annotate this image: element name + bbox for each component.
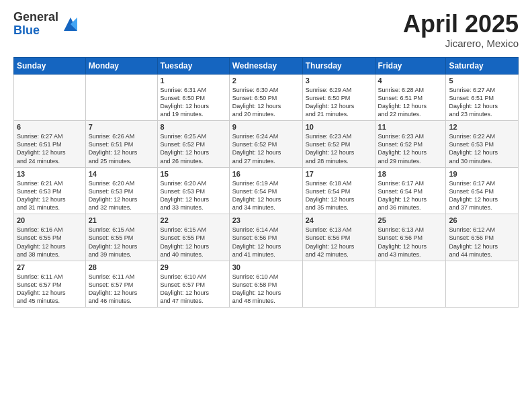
day-number: 30 [232,263,300,271]
day-info: Sunrise: 6:21 AMSunset: 6:53 PMDaylight:… [17,179,83,212]
calendar-cell: 8Sunrise: 6:25 AMSunset: 6:52 PMDaylight… [157,121,229,168]
day-info: Sunrise: 6:14 AMSunset: 6:56 PMDaylight:… [232,226,300,259]
day-info: Sunrise: 6:19 AMSunset: 6:54 PMDaylight:… [232,179,300,212]
calendar-cell: 5Sunrise: 6:27 AMSunset: 6:51 PMDaylight… [446,74,519,121]
day-info: Sunrise: 6:27 AMSunset: 6:51 PMDaylight:… [449,86,515,119]
day-number: 21 [89,216,154,224]
calendar-cell: 30Sunrise: 6:10 AMSunset: 6:58 PMDayligh… [229,261,302,308]
day-number: 17 [306,170,372,178]
logo-text: General Blue [13,11,58,38]
col-header-thursday: Thursday [302,57,375,74]
col-header-friday: Friday [375,57,446,74]
day-number: 19 [449,170,515,178]
calendar-cell: 29Sunrise: 6:10 AMSunset: 6:57 PMDayligh… [157,261,229,308]
day-info: Sunrise: 6:10 AMSunset: 6:57 PMDaylight:… [161,273,226,306]
calendar-cell: 6Sunrise: 6:27 AMSunset: 6:51 PMDaylight… [14,121,86,168]
day-number: 15 [161,170,226,178]
day-number: 1 [161,77,226,85]
day-info: Sunrise: 6:13 AMSunset: 6:56 PMDaylight:… [306,226,372,259]
month-title: April 2025 [403,11,519,38]
calendar-cell: 13Sunrise: 6:21 AMSunset: 6:53 PMDayligh… [14,167,86,214]
day-info: Sunrise: 6:11 AMSunset: 6:57 PMDaylight:… [89,273,154,306]
calendar-cell: 3Sunrise: 6:29 AMSunset: 6:50 PMDaylight… [302,74,375,121]
calendar-cell: 15Sunrise: 6:20 AMSunset: 6:53 PMDayligh… [157,167,229,214]
day-info: Sunrise: 6:29 AMSunset: 6:50 PMDaylight:… [306,86,372,119]
day-info: Sunrise: 6:12 AMSunset: 6:56 PMDaylight:… [449,226,515,259]
calendar-table: SundayMondayTuesdayWednesdayThursdayFrid… [13,57,519,308]
day-number: 23 [232,216,300,224]
col-header-monday: Monday [85,57,157,74]
day-number: 27 [17,263,83,271]
calendar-cell: 2Sunrise: 6:30 AMSunset: 6:50 PMDaylight… [229,74,302,121]
calendar-cell: 7Sunrise: 6:26 AMSunset: 6:51 PMDaylight… [85,121,157,168]
day-info: Sunrise: 6:11 AMSunset: 6:57 PMDaylight:… [17,273,83,306]
logo-icon [61,15,80,34]
calendar-week-2: 6Sunrise: 6:27 AMSunset: 6:51 PMDaylight… [14,121,519,168]
day-number: 28 [89,263,154,271]
day-info: Sunrise: 6:17 AMSunset: 6:54 PMDaylight:… [378,179,443,212]
calendar-cell: 20Sunrise: 6:16 AMSunset: 6:55 PMDayligh… [14,214,86,261]
day-info: Sunrise: 6:17 AMSunset: 6:54 PMDaylight:… [449,179,515,212]
day-number: 14 [89,170,154,178]
day-number: 3 [306,77,372,85]
day-number: 5 [449,77,515,85]
calendar-cell: 10Sunrise: 6:23 AMSunset: 6:52 PMDayligh… [302,121,375,168]
calendar-cell [85,74,157,121]
day-number: 25 [378,216,443,224]
calendar-cell: 17Sunrise: 6:18 AMSunset: 6:54 PMDayligh… [302,167,375,214]
day-info: Sunrise: 6:23 AMSunset: 6:52 PMDaylight:… [306,132,372,165]
day-number: 24 [306,216,372,224]
calendar-week-5: 27Sunrise: 6:11 AMSunset: 6:57 PMDayligh… [14,261,519,308]
calendar-cell: 16Sunrise: 6:19 AMSunset: 6:54 PMDayligh… [229,167,302,214]
page: General Blue April 2025 Jicarero, Mexico… [0,0,532,411]
day-number: 20 [17,216,83,224]
calendar-cell: 18Sunrise: 6:17 AMSunset: 6:54 PMDayligh… [375,167,446,214]
day-info: Sunrise: 6:31 AMSunset: 6:50 PMDaylight:… [161,86,226,119]
day-info: Sunrise: 6:16 AMSunset: 6:55 PMDaylight:… [17,226,83,259]
calendar-week-4: 20Sunrise: 6:16 AMSunset: 6:55 PMDayligh… [14,214,519,261]
day-info: Sunrise: 6:26 AMSunset: 6:51 PMDaylight:… [89,132,154,165]
calendar-week-3: 13Sunrise: 6:21 AMSunset: 6:53 PMDayligh… [14,167,519,214]
day-info: Sunrise: 6:20 AMSunset: 6:53 PMDaylight:… [161,179,226,212]
day-number: 10 [306,123,372,131]
day-number: 18 [378,170,443,178]
col-header-wednesday: Wednesday [229,57,302,74]
logo-blue: Blue [13,24,58,38]
day-number: 11 [378,123,443,131]
day-number: 16 [232,170,300,178]
calendar-cell: 19Sunrise: 6:17 AMSunset: 6:54 PMDayligh… [446,167,519,214]
calendar-week-1: 1Sunrise: 6:31 AMSunset: 6:50 PMDaylight… [14,74,519,121]
day-number: 8 [161,123,226,131]
day-number: 2 [232,77,300,85]
day-info: Sunrise: 6:23 AMSunset: 6:52 PMDaylight:… [378,132,443,165]
day-info: Sunrise: 6:20 AMSunset: 6:53 PMDaylight:… [89,179,154,212]
col-header-sunday: Sunday [14,57,86,74]
day-number: 13 [17,170,83,178]
day-number: 29 [161,263,226,271]
calendar-header-row: SundayMondayTuesdayWednesdayThursdayFrid… [14,57,519,74]
calendar-cell: 26Sunrise: 6:12 AMSunset: 6:56 PMDayligh… [446,214,519,261]
calendar-cell: 11Sunrise: 6:23 AMSunset: 6:52 PMDayligh… [375,121,446,168]
location-subtitle: Jicarero, Mexico [403,38,519,49]
day-info: Sunrise: 6:15 AMSunset: 6:55 PMDaylight:… [89,226,154,259]
day-info: Sunrise: 6:18 AMSunset: 6:54 PMDaylight:… [306,179,372,212]
calendar-cell: 25Sunrise: 6:13 AMSunset: 6:56 PMDayligh… [375,214,446,261]
day-number: 6 [17,123,83,131]
day-info: Sunrise: 6:13 AMSunset: 6:56 PMDaylight:… [378,226,443,259]
calendar-cell: 1Sunrise: 6:31 AMSunset: 6:50 PMDaylight… [157,74,229,121]
logo: General Blue [13,11,80,38]
day-number: 7 [89,123,154,131]
col-header-tuesday: Tuesday [157,57,229,74]
calendar-cell [446,261,519,308]
calendar-cell: 14Sunrise: 6:20 AMSunset: 6:53 PMDayligh… [85,167,157,214]
calendar-cell: 9Sunrise: 6:24 AMSunset: 6:52 PMDaylight… [229,121,302,168]
day-info: Sunrise: 6:25 AMSunset: 6:52 PMDaylight:… [161,132,226,165]
day-info: Sunrise: 6:24 AMSunset: 6:52 PMDaylight:… [232,132,300,165]
calendar-cell: 21Sunrise: 6:15 AMSunset: 6:55 PMDayligh… [85,214,157,261]
day-number: 22 [161,216,226,224]
calendar-cell: 22Sunrise: 6:15 AMSunset: 6:55 PMDayligh… [157,214,229,261]
calendar-cell: 24Sunrise: 6:13 AMSunset: 6:56 PMDayligh… [302,214,375,261]
calendar-cell [14,74,86,121]
day-info: Sunrise: 6:22 AMSunset: 6:53 PMDaylight:… [449,132,515,165]
logo-general: General [13,11,58,24]
